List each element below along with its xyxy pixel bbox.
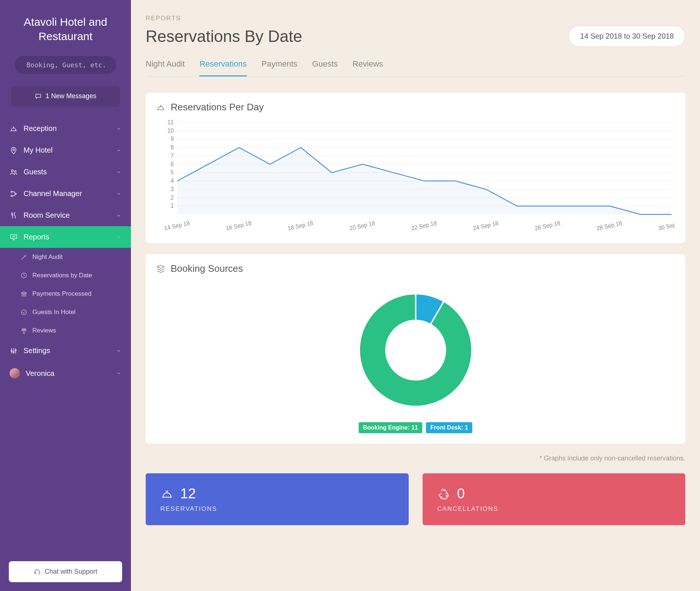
sidebar-item-reports[interactable]: Reports: [0, 226, 131, 248]
svg-text:26 Sep 18: 26 Sep 18: [534, 220, 561, 231]
svg-text:8: 8: [171, 144, 174, 150]
sidebar-sub-payments-processed[interactable]: Payments Processed: [0, 285, 131, 303]
sidebar-sub-guests-in-hotel[interactable]: Guests In Hotel: [0, 303, 131, 321]
legend-front-desk: Front Desk: 1: [426, 422, 472, 433]
page-header: Reservations By Date 14 Sep 2018 to 30 S…: [146, 26, 685, 47]
chart-footnote: * Graphs include only non-cancelled rese…: [146, 455, 685, 462]
search-input[interactable]: [26, 61, 112, 69]
chevron-down-icon: [116, 371, 121, 376]
branch-icon: [10, 190, 18, 198]
sidebar-item-user[interactable]: Veronica: [0, 362, 131, 385]
sidebar-item-label: Guests: [24, 168, 47, 176]
card-title-text: Reservations Per Day: [171, 102, 264, 113]
chart-legend: Booking Engine: 11 Front Desk: 1: [359, 422, 473, 433]
svg-text:6: 6: [171, 161, 174, 167]
svg-text:24 Sep 18: 24 Sep 18: [472, 220, 499, 231]
svg-point-6: [11, 195, 13, 196]
sidebar-item-guests[interactable]: Guests: [0, 161, 131, 183]
pin-icon: [10, 146, 18, 154]
svg-point-2: [13, 149, 15, 150]
chat-support-button[interactable]: Chat with Support: [9, 561, 122, 582]
sidebar-item-room-service[interactable]: Room Service: [0, 204, 131, 226]
sidebar-sub-label: Guests In Hotel: [32, 309, 75, 316]
chevron-down-icon: [116, 148, 121, 153]
card-title-text: Booking Sources: [171, 263, 243, 274]
svg-text:20 Sep 18: 20 Sep 18: [349, 220, 376, 231]
sidebar-sub-label: Reviews: [32, 327, 56, 334]
legend-booking-engine: Booking Engine: 11: [359, 422, 422, 433]
donut-chart: Booking Engine: 11 Front Desk: 1: [156, 280, 675, 433]
sidebar-item-label: Reception: [24, 124, 57, 133]
sidebar-item-channel-manager[interactable]: Channel Manager: [0, 183, 131, 204]
breadcrumb: REPORTS: [146, 15, 685, 22]
page-title: Reservations By Date: [146, 27, 302, 46]
stat-label: RESERVATIONS: [160, 505, 394, 513]
sidebar-item-settings[interactable]: Settings: [0, 340, 131, 362]
wand-icon: [21, 254, 27, 260]
svg-text:7: 7: [171, 153, 174, 159]
svg-text:9: 9: [171, 136, 174, 142]
messages-button[interactable]: 1 New Messages: [11, 86, 120, 107]
svg-text:2: 2: [171, 194, 174, 200]
svg-text:22 Sep 18: 22 Sep 18: [411, 220, 437, 231]
layers-icon: [156, 264, 166, 274]
svg-text:16 Sep 18: 16 Sep 18: [225, 220, 252, 231]
svg-text:3: 3: [171, 186, 174, 192]
svg-point-10: [21, 310, 26, 315]
chevron-down-icon: [116, 191, 121, 196]
sidebar-item-label: My Hotel: [24, 146, 53, 154]
stat-reservations: 12 RESERVATIONS: [146, 473, 409, 525]
card-booking-sources: Booking Sources Booking Engine: 11 Front…: [146, 254, 685, 444]
hotel-name: Atavoli Hotel and Restaurant: [0, 0, 131, 52]
avatar: [10, 368, 20, 378]
svg-text:1: 1: [171, 203, 174, 209]
scale-icon: [21, 327, 27, 334]
stat-value: 12: [180, 486, 196, 502]
report-tabs: Night Audit Reservations Payments Guests…: [146, 56, 685, 76]
search-box[interactable]: [15, 56, 116, 74]
bell-icon: [156, 103, 166, 112]
sidebar-item-my-hotel[interactable]: My Hotel: [0, 139, 131, 161]
svg-text:4: 4: [171, 178, 174, 184]
svg-point-13: [15, 349, 17, 351]
tab-reviews[interactable]: Reviews: [352, 56, 383, 76]
chat-icon: [35, 93, 42, 100]
svg-point-5: [11, 191, 13, 192]
svg-text:10: 10: [167, 127, 174, 133]
stat-label: CANCELLATIONS: [437, 505, 671, 513]
presentation-icon: [10, 233, 18, 241]
svg-text:28 Sep 18: 28 Sep 18: [596, 220, 623, 231]
stat-cancellations: 0 CANCELLATIONS: [423, 473, 686, 525]
sidebar-sub-reservations-by-date[interactable]: Reservations by Date: [0, 266, 131, 285]
svg-text:30 Sep 18: 30 Sep 18: [658, 220, 675, 231]
card-reservations-per-day: Reservations Per Day 123456789101114 Sep…: [146, 93, 685, 243]
stat-cards: 12 RESERVATIONS 0 CANCELLATIONS: [146, 473, 685, 525]
tab-night-audit[interactable]: Night Audit: [146, 56, 185, 76]
tab-payments[interactable]: Payments: [262, 56, 298, 76]
svg-point-4: [14, 170, 16, 172]
sidebar-item-reception[interactable]: Reception: [0, 118, 131, 139]
date-range-picker[interactable]: 14 Sep 2018 to 30 Sep 2018: [569, 26, 685, 47]
svg-point-3: [11, 170, 13, 172]
line-chart: 123456789101114 Sep 1816 Sep 1818 Sep 18…: [156, 119, 675, 233]
sidebar-sub-label: Night Audit: [32, 253, 63, 261]
tab-reservations[interactable]: Reservations: [199, 56, 246, 76]
svg-text:18 Sep 18: 18 Sep 18: [287, 220, 314, 231]
sidebar-sub-night-audit[interactable]: Night Audit: [0, 248, 131, 266]
headset-icon: [33, 568, 41, 576]
sidebar-item-label: Settings: [24, 346, 50, 355]
sidebar-item-label: Room Service: [24, 211, 70, 220]
sidebar-item-label: Reports: [24, 233, 49, 241]
stat-value: 0: [457, 486, 465, 502]
tab-guests[interactable]: Guests: [312, 56, 338, 76]
utensils-icon: [10, 211, 18, 220]
messages-button-label: 1 New Messages: [46, 92, 96, 100]
clock-icon: [21, 272, 27, 279]
nav: Reception My Hotel Guests Channel Manage…: [0, 118, 131, 552]
sidebar-sub-reviews[interactable]: Reviews: [0, 321, 131, 340]
svg-text:5: 5: [171, 169, 174, 175]
sidebar-item-label: Veronica: [26, 369, 54, 378]
svg-point-11: [11, 350, 13, 352]
bell-icon: [160, 487, 174, 501]
chevron-down-icon: [116, 170, 121, 175]
